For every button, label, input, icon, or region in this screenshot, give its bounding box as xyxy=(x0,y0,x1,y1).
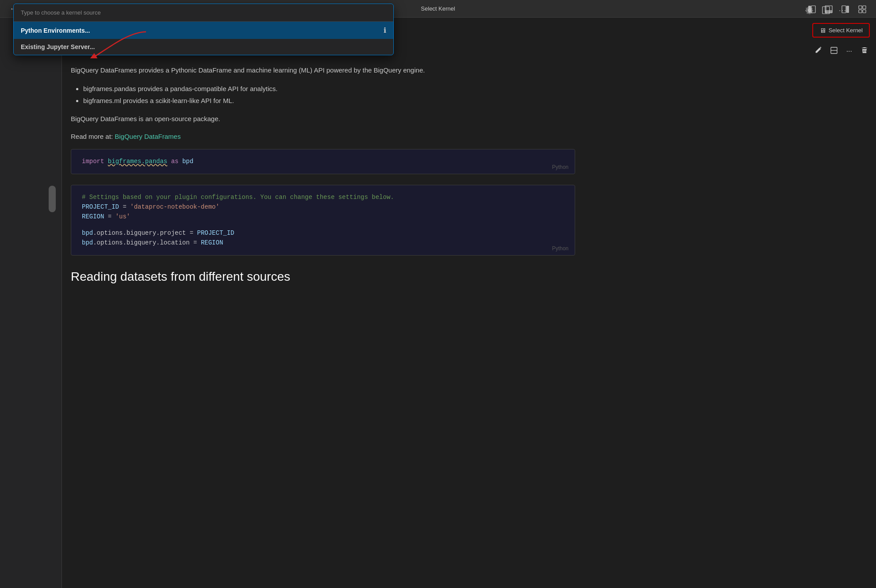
svg-rect-7 xyxy=(863,6,866,9)
kernel-search-input[interactable] xyxy=(14,4,393,22)
kernel-picker-dropdown: Python Environments... ℹ Existing Jupyte… xyxy=(13,4,394,55)
bigquery-dataframes-link[interactable]: BigQuery DataFrames xyxy=(115,133,181,140)
ellipsis-icon: ··· xyxy=(846,47,852,55)
info-icon: ℹ xyxy=(384,26,386,34)
sidebar xyxy=(0,18,62,588)
notebook-content: ▾ Bigframes quickstart BigQuery DataFram… xyxy=(62,18,876,588)
code-blank-line xyxy=(82,222,564,228)
code-line-comment: # Settings based on your plugin configur… xyxy=(82,192,564,202)
code-cell-2-lang: Python xyxy=(552,245,569,252)
code-line-bpd-location: bpd.options.bigquery.location = REGION xyxy=(82,238,564,248)
code-cell-1-body[interactable]: import bigframes.pandas as bpd xyxy=(71,149,575,173)
top-toolbar: ··· xyxy=(803,4,849,16)
select-kernel-label: Select Kernel xyxy=(829,27,863,34)
notebook-toolbar: ··· xyxy=(811,44,872,58)
paragraph-1: BigQuery DataFrames provides a Pythonic … xyxy=(71,65,557,76)
svg-rect-6 xyxy=(859,6,862,9)
code-line-bpd-project: bpd.options.bigquery.project = PROJECT_I… xyxy=(82,228,564,238)
select-kernel-button[interactable]: 🖥 Select Kernel xyxy=(812,23,870,38)
code-cell-1: import bigframes.pandas as bpd Python xyxy=(71,149,575,174)
kernel-option-python[interactable]: Python Environments... ℹ xyxy=(14,22,393,39)
code-cell-2: # Settings based on your plugin configur… xyxy=(71,185,575,256)
top-bar-title: Select Kernel xyxy=(421,5,455,12)
code-line-project: PROJECT_ID = 'dataproc-notebook-demo' xyxy=(82,202,564,212)
section-heading: Reading datasets from different sources xyxy=(71,270,863,284)
paragraph-2: BigQuery DataFrames is an open-source pa… xyxy=(71,114,557,124)
split-editor-icon[interactable] xyxy=(819,4,833,16)
feature-list: bigframes.pandas provides a pandas-compa… xyxy=(83,83,863,107)
edit-cell-button[interactable] xyxy=(811,44,825,58)
list-item-2: bigframes.ml provides a scikit-learn-lik… xyxy=(83,95,863,107)
more-options-button[interactable]: ··· xyxy=(843,45,856,58)
code-cell-2-body[interactable]: # Settings based on your plugin configur… xyxy=(71,185,575,255)
split-cell-button[interactable] xyxy=(827,44,841,58)
select-kernel-area: 🖥 Select Kernel xyxy=(812,23,870,38)
list-item-1: bigframes.pandas provides a pandas-compa… xyxy=(83,83,863,95)
select-kernel-monitor-icon: 🖥 xyxy=(819,27,826,34)
svg-rect-9 xyxy=(863,10,866,13)
kernel-option-jupyter[interactable]: Existing Jupyter Server... xyxy=(14,39,393,55)
layout-grid-icon[interactable] xyxy=(856,4,869,15)
sidebar-scrollbar[interactable] xyxy=(49,186,56,212)
read-more-paragraph: Read more at: BigQuery DataFrames xyxy=(71,131,557,142)
code-cell-1-lang: Python xyxy=(552,164,569,170)
dots-icon: ··· xyxy=(839,7,847,14)
kernel-option-jupyter-label: Existing Jupyter Server... xyxy=(21,43,95,50)
more-icon[interactable]: ··· xyxy=(836,5,849,15)
kernel-option-python-label: Python Environments... xyxy=(21,27,90,34)
svg-rect-8 xyxy=(859,10,862,13)
settings-icon[interactable] xyxy=(803,4,816,16)
delete-cell-button[interactable] xyxy=(857,44,872,58)
code-line-region: REGION = 'us' xyxy=(82,212,564,221)
